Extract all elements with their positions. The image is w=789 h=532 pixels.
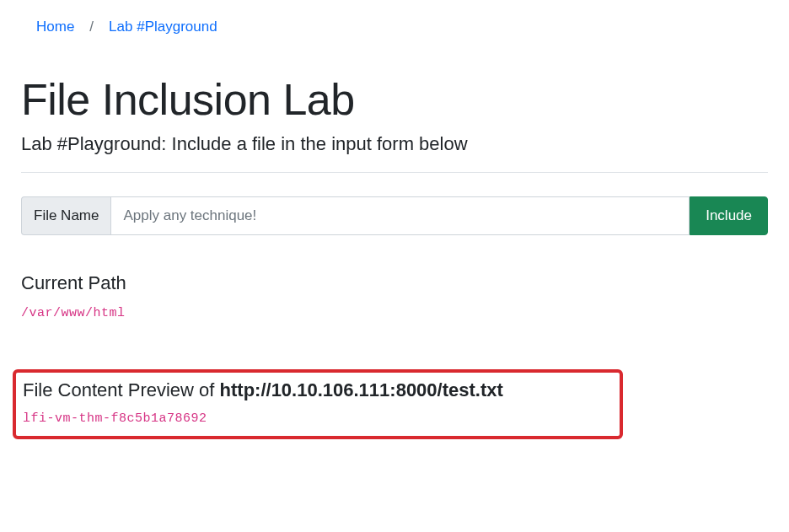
preview-content: lfi-vm-thm-f8c5b1a78692	[23, 411, 613, 426]
breadcrumb-separator: /	[89, 19, 94, 35]
page-title: File Inclusion Lab	[21, 74, 768, 125]
divider	[21, 172, 768, 173]
current-path-heading: Current Path	[21, 272, 768, 294]
preview-heading: File Content Preview of http://10.10.106…	[23, 379, 613, 401]
preview-highlight-box: File Content Preview of http://10.10.106…	[13, 369, 623, 439]
page-lead: Lab #Playground: Include a file in the i…	[21, 133, 768, 155]
file-name-input[interactable]	[110, 196, 690, 235]
current-path-section: Current Path /var/www/html	[21, 272, 768, 320]
preview-url: http://10.10.106.111:8000/test.txt	[220, 379, 503, 400]
breadcrumb-current[interactable]: Lab #Playground	[109, 19, 217, 35]
breadcrumb: Home / Lab #Playground	[21, 19, 768, 35]
breadcrumb-home[interactable]: Home	[36, 19, 74, 35]
preview-heading-prefix: File Content Preview of	[23, 379, 220, 400]
include-button[interactable]: Include	[690, 196, 768, 235]
file-input-group: File Name Include	[21, 196, 768, 235]
file-name-label: File Name	[21, 196, 110, 235]
current-path-value: /var/www/html	[21, 306, 768, 320]
